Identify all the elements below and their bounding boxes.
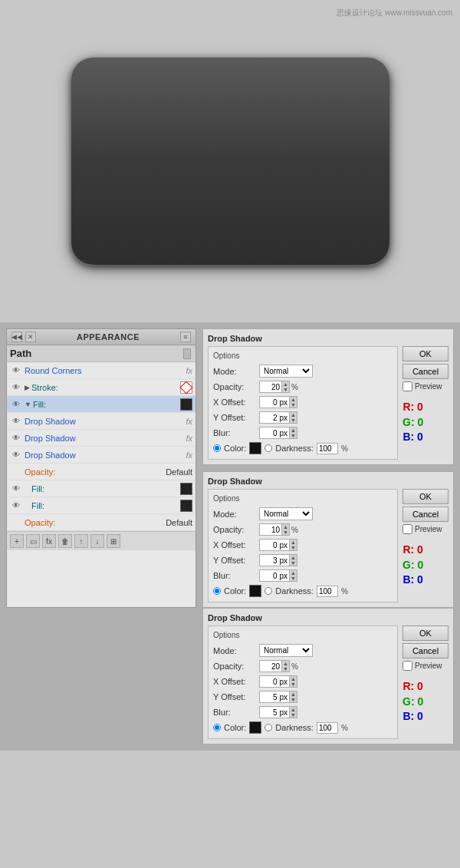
delete-button[interactable]: 🗑 — [58, 534, 72, 548]
ds-blur-down-2[interactable]: ▼ — [289, 576, 297, 581]
ds-opacity-up-3[interactable]: ▲ — [281, 661, 289, 666]
ds-darkness-radio-1[interactable] — [264, 444, 272, 452]
ds-color-swatch-2[interactable] — [249, 585, 261, 597]
fill-swatch-2[interactable] — [180, 483, 192, 495]
ds-yoffset-spinbox-2[interactable]: ▲ ▼ — [259, 554, 297, 566]
eye-icon[interactable]: 👁 — [10, 500, 22, 512]
ds-opacity-up-1[interactable]: ▲ — [281, 381, 289, 387]
eye-icon[interactable]: 👁 — [10, 398, 22, 411]
ds-yoffset-input-2[interactable] — [260, 556, 289, 566]
ds-xoffset-up-1[interactable]: ▲ — [289, 397, 297, 402]
eye-icon[interactable]: 👁 — [10, 365, 22, 377]
ds-darkness-radio-3[interactable] — [264, 724, 272, 731]
drop-shadow-link-2[interactable]: Drop Shadow — [25, 434, 182, 443]
ds-xoffset-down-1[interactable]: ▼ — [289, 402, 297, 408]
ds-mode-select-1[interactable]: Normal — [259, 365, 313, 378]
ds-color-radio-2[interactable] — [213, 587, 221, 595]
ds-color-radio-3[interactable] — [213, 724, 221, 731]
ds-opacity-spinbox-3[interactable]: ▲ ▼ — [259, 660, 290, 672]
ds-cancel-3[interactable]: Cancel — [402, 643, 449, 658]
eye-icon[interactable]: 👁 — [10, 415, 22, 427]
ds-darkness-input-3[interactable] — [317, 722, 338, 734]
ds-cancel-2[interactable]: Cancel — [402, 507, 449, 522]
ds-ok-3[interactable]: OK — [402, 625, 449, 641]
ds-yoffset-up-1[interactable]: ▲ — [289, 412, 297, 417]
fill-link[interactable]: Fill: — [33, 400, 177, 409]
opacity-link-1[interactable]: Opacity: — [25, 467, 163, 477]
drop-shadow-link-3[interactable]: Drop Shadow — [25, 451, 182, 460]
ds-xoffset-up-3[interactable]: ▲ — [289, 676, 297, 682]
ds-yoffset-input-3[interactable] — [260, 692, 289, 702]
ds-opacity-down-3[interactable]: ▼ — [281, 666, 289, 672]
ds-yoffset-up-3[interactable]: ▲ — [289, 691, 297, 697]
ds-color-swatch-3[interactable] — [249, 721, 261, 734]
add-item-button[interactable]: + — [10, 534, 24, 548]
ds-darkness-input-2[interactable] — [317, 586, 338, 597]
ds-opacity-input-2[interactable] — [260, 525, 281, 535]
panel-options-button[interactable]: ⊞ — [107, 534, 120, 548]
rectangle-button[interactable]: ▭ — [26, 534, 40, 548]
stroke-link[interactable]: Stroke: — [31, 383, 177, 392]
ds-ok-2[interactable]: OK — [402, 489, 449, 504]
close-button[interactable]: ✕ — [25, 332, 36, 342]
ds-blur-up-1[interactable]: ▲ — [289, 427, 297, 433]
eye-icon[interactable]: 👁 — [10, 483, 22, 495]
ds-color-radio-1[interactable] — [213, 444, 221, 452]
scroll-up[interactable] — [183, 348, 191, 359]
opacity-link-2[interactable]: Opacity: — [25, 518, 163, 527]
ds-blur-spinbox-2[interactable]: ▲ ▼ — [259, 569, 297, 582]
expand-arrow[interactable]: ▼ — [25, 401, 31, 408]
ds-yoffset-down-2[interactable]: ▼ — [289, 560, 297, 566]
ds-xoffset-input-1[interactable] — [260, 398, 289, 408]
ds-blur-spinbox-1[interactable]: ▲ ▼ — [259, 427, 297, 439]
ds-xoffset-spinbox-2[interactable]: ▲ ▼ — [259, 539, 297, 551]
ds-xoffset-spinbox-1[interactable]: ▲ ▼ — [259, 396, 297, 408]
ds-ok-1[interactable]: OK — [402, 346, 449, 361]
move-down-button[interactable]: ↓ — [90, 534, 104, 548]
ds-mode-select-3[interactable]: Normal — [259, 644, 313, 657]
ds-xoffset-down-3[interactable]: ▼ — [289, 682, 297, 687]
ds-opacity-input-3[interactable] — [260, 662, 281, 672]
fill-link-2[interactable]: Fill: — [31, 484, 177, 493]
ds-opacity-down-2[interactable]: ▼ — [281, 530, 289, 535]
ds-mode-select-2[interactable]: Normal — [259, 507, 313, 520]
eye-icon[interactable]: 👁 — [10, 381, 22, 394]
ds-yoffset-down-1[interactable]: ▼ — [289, 417, 297, 423]
ds-preview-checkbox-2[interactable] — [402, 524, 412, 534]
panel-menu-button[interactable]: ≡ — [180, 332, 191, 342]
ds-opacity-down-1[interactable]: ▼ — [281, 387, 289, 392]
fx-icon[interactable]: fx — [186, 366, 192, 375]
ds-darkness-radio-2[interactable] — [264, 587, 272, 595]
ds-color-swatch-1[interactable] — [249, 442, 261, 454]
expand-arrow[interactable]: ▶ — [25, 384, 30, 391]
ds-xoffset-spinbox-3[interactable]: ▲ ▼ — [259, 675, 297, 688]
ds-blur-input-2[interactable] — [260, 571, 289, 581]
fx-icon[interactable]: fx — [186, 434, 192, 443]
eye-icon[interactable]: 👁 — [10, 432, 22, 444]
ds-blur-input-1[interactable] — [260, 428, 289, 438]
drop-shadow-link-1[interactable]: Drop Shadow — [25, 417, 182, 426]
ds-blur-up-3[interactable]: ▲ — [289, 707, 297, 712]
ds-opacity-spinbox-1[interactable]: ▲ ▼ — [259, 381, 290, 393]
fx-icon[interactable]: fx — [186, 451, 192, 460]
fx-button[interactable]: fx — [42, 534, 56, 548]
ds-blur-up-2[interactable]: ▲ — [289, 570, 297, 576]
ds-opacity-input-1[interactable] — [260, 382, 281, 392]
ds-opacity-up-2[interactable]: ▲ — [281, 524, 289, 530]
ds-blur-down-1[interactable]: ▼ — [289, 433, 297, 438]
ds-cancel-1[interactable]: Cancel — [402, 364, 449, 379]
ds-opacity-spinbox-2[interactable]: ▲ ▼ — [259, 523, 290, 536]
round-corners-link[interactable]: Round Corners — [25, 366, 182, 375]
ds-xoffset-input-2[interactable] — [260, 540, 289, 550]
stroke-swatch[interactable] — [180, 381, 192, 394]
ds-yoffset-up-2[interactable]: ▲ — [289, 555, 297, 560]
ds-blur-spinbox-3[interactable]: ▲ ▼ — [259, 706, 297, 718]
ds-yoffset-spinbox-3[interactable]: ▲ ▼ — [259, 691, 297, 703]
ds-darkness-input-1[interactable] — [317, 443, 338, 454]
ds-preview-checkbox-3[interactable] — [402, 661, 412, 671]
eye-icon[interactable]: 👁 — [10, 449, 22, 461]
fill-link-3[interactable]: Fill: — [31, 501, 177, 510]
ds-blur-down-3[interactable]: ▼ — [289, 712, 297, 718]
ds-xoffset-down-2[interactable]: ▼ — [289, 545, 297, 550]
ds-xoffset-up-2[interactable]: ▲ — [289, 540, 297, 545]
